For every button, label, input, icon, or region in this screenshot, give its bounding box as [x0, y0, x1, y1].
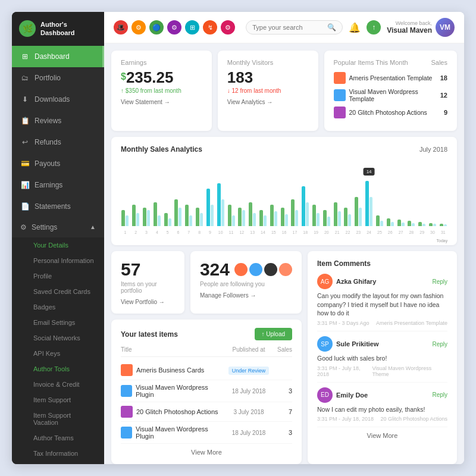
popular-card: Popular Items This Month Sales Ameris Pr…	[324, 51, 457, 131]
bar-tall-29	[418, 222, 422, 226]
bar-short-27	[402, 223, 405, 226]
bar-short-15	[274, 211, 277, 226]
logo-text: Author's Dashboard	[40, 20, 74, 37]
bar-label-16: 16	[282, 230, 287, 234]
bar-label-13: 13	[250, 230, 255, 234]
bar-label-17: 17	[293, 230, 298, 234]
submenu-invoice-credit[interactable]: Invoice & Credit	[12, 377, 104, 392]
bar-short-5	[168, 218, 171, 227]
bar-tall-20	[323, 210, 327, 226]
table-thumb-1	[121, 385, 132, 397]
header-icon-3[interactable]: 🔵	[149, 20, 164, 35]
bar-group-4: 4	[152, 202, 161, 227]
submenu-social-networks[interactable]: Social Networks	[12, 330, 104, 346]
sidebar-item-statements[interactable]: 📄 Statements	[12, 196, 104, 217]
bar-label-18: 18	[303, 230, 308, 234]
notification-icon[interactable]: 🔔	[349, 22, 361, 33]
portfolio-metric-card: 57 Items on your portfolio View Portfoli…	[111, 251, 184, 314]
bar-short-3	[147, 210, 150, 226]
user-avatar[interactable]: VM	[436, 18, 455, 37]
submenu-your-details[interactable]: Your Details	[12, 237, 104, 253]
upload-header-icon[interactable]: ↑	[367, 20, 381, 35]
sidebar-item-payouts[interactable]: 💳 Payouts	[12, 153, 104, 174]
chart-period[interactable]: July 2018	[419, 146, 447, 153]
header-icon-7[interactable]: ⚙	[221, 20, 235, 35]
followers-metric-card: 324 People are following you Manage Foll…	[190, 251, 302, 314]
comment-item-2: ED Emily Doe Reply Now I can edit my pho…	[317, 387, 447, 428]
sidebar-item-earnings[interactable]: 📊 Earnings	[12, 174, 104, 196]
popular-item-0: Ameris Presentation Template 18	[334, 72, 447, 84]
submenu-tax-info[interactable]: Tax Information	[12, 446, 104, 461]
bar-short-10	[221, 199, 224, 226]
bar-group-1: 1	[121, 210, 130, 226]
sidebar-item-refunds[interactable]: ↩ Refunds	[12, 131, 104, 153]
latest-view-more[interactable]: View More	[121, 449, 292, 456]
submenu-badges[interactable]: Badges	[12, 299, 104, 315]
bar-tall-24	[365, 181, 369, 227]
header-icon-6[interactable]: ↯	[203, 20, 217, 35]
submenu-profile[interactable]: Profile	[12, 268, 104, 284]
bar-short-16	[285, 214, 288, 226]
table-header: Title Published at Sales	[121, 346, 292, 357]
bar-tall-8	[196, 208, 199, 227]
search-box[interactable]: 🔍	[246, 20, 343, 35]
follower-avatar-3	[264, 263, 277, 276]
submenu-personal-info[interactable]: Personal Information	[12, 253, 104, 268]
bar-group-27: 27	[396, 220, 405, 226]
bar-label-4: 4	[156, 230, 158, 234]
header-icon-4[interactable]: ⚙	[167, 20, 181, 35]
dashboard-icon: ⊞	[20, 52, 30, 61]
chart-header: Monthly Sales Analytics July 2018	[121, 145, 447, 154]
bar-short-23	[359, 208, 362, 227]
sidebar-item-reviews[interactable]: 📋 Reviews	[12, 110, 104, 131]
bar-label-21: 21	[335, 230, 340, 234]
bar-group-19: 19	[312, 205, 321, 226]
header-icon-5[interactable]: ⊞	[185, 20, 199, 35]
sidebar-item-downloads[interactable]: ⬇ Downloads	[12, 89, 104, 110]
portfolio-icon: 🗂	[20, 73, 30, 83]
header-icon-2[interactable]: ⚙	[131, 20, 146, 35]
bar-label-23: 23	[356, 230, 361, 234]
bar-group-23: 23	[354, 197, 363, 227]
bar-tall-3	[143, 208, 146, 227]
submenu-email-settings[interactable]: Email Settings	[12, 315, 104, 330]
header-icon-1[interactable]: 🎩	[114, 20, 128, 35]
today-label: Today	[437, 239, 448, 243]
sidebar-item-portfolio[interactable]: 🗂 Portfolio	[12, 67, 104, 89]
bar-group-31: 31Today	[439, 224, 447, 227]
bar-tall-10	[217, 183, 221, 226]
earnings-value: $235.25	[121, 70, 202, 85]
submenu-saved-cards[interactable]: Saved Credit Cards	[12, 284, 104, 299]
earnings-icon: 📊	[20, 180, 30, 190]
bar-short-12	[242, 210, 245, 226]
reviews-icon: 📋	[20, 116, 30, 126]
chart-area: 1234567891011121314151617181920212223142…	[121, 159, 447, 237]
bar-label-26: 26	[388, 230, 393, 234]
submenu-author-teams[interactable]: Author Teams	[12, 430, 104, 446]
submenu-author-tools[interactable]: Author Tools	[12, 361, 104, 377]
sidebar-item-dashboard[interactable]: ⊞ Dashboard	[12, 46, 104, 67]
sidebar-settings-toggle[interactable]: ⚙ Settings ▲	[12, 217, 104, 237]
bar-tall-17	[291, 199, 295, 226]
bar-group-13: 13	[248, 202, 257, 227]
bar-label-25: 25	[377, 230, 382, 234]
bar-tall-11	[228, 205, 231, 226]
popular-item-2: 20 Glitch Photoshop Actions 9	[334, 107, 447, 118]
submenu-tax-summaries[interactable]: Tax Summaries	[12, 461, 104, 464]
search-input[interactable]	[252, 24, 324, 31]
comments-view-more[interactable]: View More	[317, 432, 447, 439]
bar-tall-31	[440, 224, 443, 227]
upload-button[interactable]: ↑ Upload	[255, 328, 292, 340]
bar-group-14: 14	[259, 210, 268, 226]
bar-short-2	[136, 213, 139, 227]
submenu-api-keys[interactable]: API Keys	[12, 346, 104, 361]
latest-items: Your latest items ↑ Upload Title Publish…	[111, 320, 302, 464]
sidebar: 🌿 Author's Dashboard ⊞ Dashboard 🗂 Portf…	[12, 12, 104, 464]
bar-group-22: 22	[343, 208, 352, 227]
submenu-item-support[interactable]: Item Support	[12, 392, 104, 408]
visitors-card: Monthly Visitors 183 ↓ 12 from last mont…	[218, 51, 318, 131]
bar-short-14	[264, 215, 267, 226]
submenu-item-support-vacation[interactable]: Item Support Vacation	[12, 408, 104, 430]
bar-tall-22	[344, 208, 347, 227]
follower-avatar-2	[249, 263, 262, 276]
